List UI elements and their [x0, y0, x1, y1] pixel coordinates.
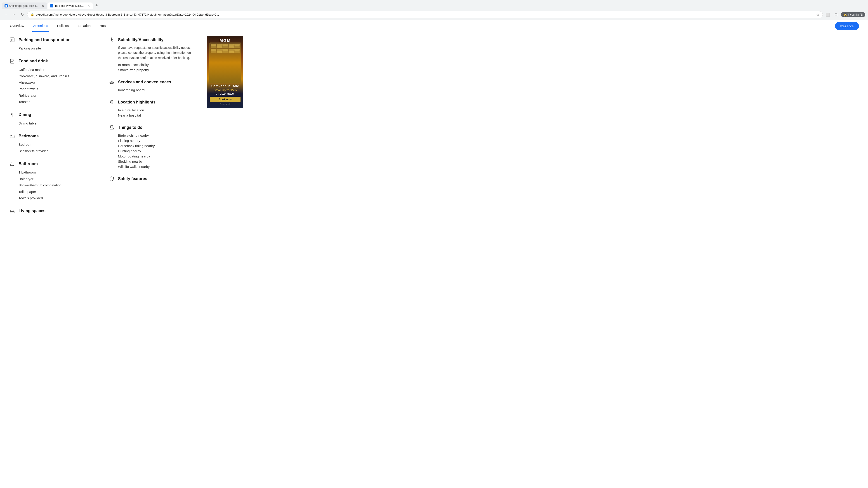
things-item-6: Wildlife walks nearby [118, 164, 194, 169]
nav-location[interactable]: Location [77, 20, 92, 32]
ad-cta-button[interactable]: Book now [210, 97, 241, 102]
things-item-3: Hunting nearby [118, 149, 194, 154]
things-item-1: Fishing nearby [118, 138, 194, 143]
tab-2-label: 1st Floor Private Master Suite [55, 4, 85, 7]
services-items: Iron/ironing board [108, 88, 194, 93]
food-item-2: Microwave [19, 79, 95, 86]
bathroom-item-3: Toilet paper [19, 189, 95, 195]
things-to-do-title: Things to do [118, 125, 143, 130]
things-to-do-section: Things to do Birdwatching nearby Fishing… [108, 124, 194, 169]
svg-point-18 [111, 38, 112, 39]
tab-1[interactable]: Z Anchorage (and vicinity), Alask... ✕ [2, 2, 47, 9]
bathroom-header: Bathroom [9, 161, 95, 167]
things-item-5: Sledding nearby [118, 159, 194, 164]
ad-save-text: Save up to 15% [210, 88, 241, 92]
bedrooms-icon [9, 133, 16, 139]
bathroom-item-0: 1 bathroom [19, 169, 95, 176]
nav-host[interactable]: Host [99, 20, 107, 32]
services-title: Services and conveniences [118, 80, 171, 85]
dining-title: Dining [19, 112, 31, 117]
bathroom-item-2: Shower/bathtub combination [19, 182, 95, 189]
reserve-button[interactable]: Reserve [835, 22, 859, 30]
accessibility-icon [108, 37, 115, 43]
reload-button[interactable]: ↻ [19, 11, 25, 18]
svg-rect-6 [11, 60, 13, 61]
safety-section: Safety features [108, 175, 194, 182]
accessibility-item-0: In-room accessibility [118, 62, 194, 67]
new-tab-button[interactable]: + [93, 2, 100, 9]
things-item-4: Motor boating nearby [118, 154, 194, 159]
parking-title: Parking and transportation [19, 37, 70, 42]
safety-icon [108, 175, 115, 182]
things-to-do-items: Birdwatching nearby Fishing nearby Horse… [108, 133, 194, 169]
bookmark-icon[interactable]: ☆ [816, 12, 819, 17]
tab-2-close[interactable]: ✕ [87, 4, 90, 7]
bathroom-items: 1 bathroom Hair dryer Shower/bathtub com… [9, 169, 95, 201]
parking-icon: P [9, 37, 16, 43]
accessibility-section: Suitability/Accessibility If you have re… [108, 37, 194, 72]
ad-save-subtext: on 2024 travel [210, 92, 241, 95]
bedrooms-section: Bedrooms Bedroom Bedsheets provided [9, 133, 95, 154]
amenities-columns: P Parking and transportation Parking on … [9, 37, 194, 221]
living-title: Living spaces [19, 208, 45, 213]
bathroom-section: Bathroom 1 bathroom Hair dryer Shower/ba… [9, 161, 95, 201]
ad-container: MGM RESORTS MANDALAY BAY Semi-annual sal… [207, 36, 243, 108]
bathroom-item-4: Towels provided [19, 195, 95, 201]
tab-1-close[interactable]: ✕ [41, 4, 44, 7]
living-icon [9, 208, 16, 214]
bedrooms-header: Bedrooms [9, 133, 95, 139]
incognito-badge[interactable]: 🕵 Incognito (2) [841, 12, 865, 17]
food-section: Food and drink Coffee/tea maker Cookware… [9, 58, 95, 105]
nav-amenities[interactable]: Amenities [32, 20, 49, 32]
nav-overview[interactable]: Overview [9, 20, 25, 32]
things-item-2: Horseback riding nearby [118, 143, 194, 149]
bedrooms-items: Bedroom Bedsheets provided [9, 141, 95, 154]
food-title: Food and drink [19, 59, 48, 64]
ad-headline: Semi-annual sale [210, 84, 241, 88]
address-bar[interactable]: 🔒 ☆ [27, 11, 823, 18]
accessibility-description: If you have requests for specific access… [108, 45, 194, 60]
right-column: Suitability/Accessibility If you have re… [108, 37, 194, 221]
svg-rect-12 [10, 136, 14, 138]
location-highlights-items: In a rural location Near a hospital [108, 107, 194, 118]
dining-items: Dining table [9, 120, 95, 127]
left-column: P Parking and transportation Parking on … [9, 37, 95, 221]
location-highlights-icon [108, 99, 115, 105]
dining-section: Dining Dining table [9, 111, 95, 127]
accessibility-items: In-room accessibility Smoke-free propert… [108, 62, 194, 72]
parking-items: Parking on site [9, 45, 95, 52]
food-item-0: Coffee/tea maker [19, 67, 95, 73]
food-item-5: Toaster [19, 99, 95, 105]
services-section: Services and conveniences Iron/ironing b… [108, 79, 194, 93]
address-input[interactable] [36, 13, 814, 16]
tab-1-favicon: Z [4, 4, 8, 7]
food-item-1: Cookware, dishware, and utensils [19, 73, 95, 79]
forward-button[interactable]: → [11, 11, 17, 18]
food-item-3: Paper towels [19, 86, 95, 92]
svg-rect-5 [10, 59, 14, 63]
ad-terms: Terms apply [210, 103, 241, 105]
parking-item-0: Parking on site [19, 45, 95, 52]
safety-header: Safety features [108, 175, 194, 182]
dining-item-0: Dining table [19, 120, 95, 127]
nav-policies[interactable]: Policies [56, 20, 70, 32]
svg-text:Z: Z [5, 5, 6, 7]
ad-building-windows [209, 42, 241, 55]
svg-rect-15 [10, 212, 14, 213]
parking-section: P Parking and transportation Parking on … [9, 37, 95, 52]
bathroom-title: Bathroom [19, 162, 38, 166]
site-navigation: Overview Amenities Policies Location Hos… [0, 20, 868, 32]
accessibility-title: Suitability/Accessibility [118, 37, 163, 42]
things-to-do-header: Things to do [108, 124, 194, 131]
location-item-0: In a rural location [118, 107, 194, 113]
back-button[interactable]: ← [3, 11, 9, 18]
bathroom-icon [9, 161, 16, 167]
cast-icon[interactable]: ⬜ [825, 11, 831, 18]
tab-2[interactable]: 1st Floor Private Master Suite ✕ [48, 2, 93, 9]
bedrooms-item-1: Bedsheets provided [19, 148, 95, 155]
ad-text-block: Semi-annual sale Save up to 15% on 2024 … [210, 84, 241, 105]
browser-chrome: Z Anchorage (and vicinity), Alask... ✕ 1… [0, 0, 868, 20]
zoom-icon[interactable]: ⊡ [833, 11, 839, 18]
browser-toolbar: ← → ↻ 🔒 ☆ ⬜ ⊡ 🕵 Incognito (2) [0, 9, 868, 20]
dining-header: Dining [9, 111, 95, 118]
